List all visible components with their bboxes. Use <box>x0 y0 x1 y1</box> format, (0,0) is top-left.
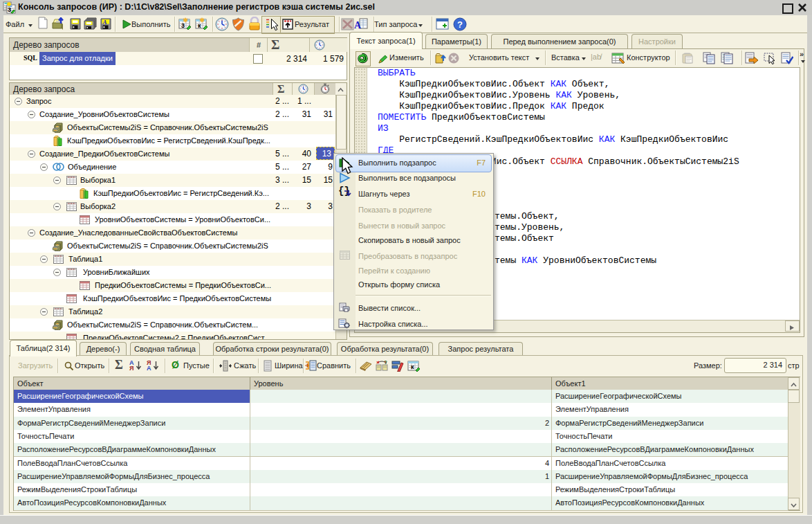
svg-text:A: A <box>102 19 107 26</box>
svg-text:A: A <box>354 20 362 30</box>
svg-text:?: ? <box>457 19 463 30</box>
svg-text:к: к <box>198 22 201 29</box>
svg-text:3: 3 <box>8 6 11 13</box>
svg-text:3: 3 <box>181 22 185 29</box>
svg-text:×: × <box>376 359 380 365</box>
svg-text:к: к <box>411 363 414 370</box>
svg-text:?: ? <box>384 359 387 365</box>
